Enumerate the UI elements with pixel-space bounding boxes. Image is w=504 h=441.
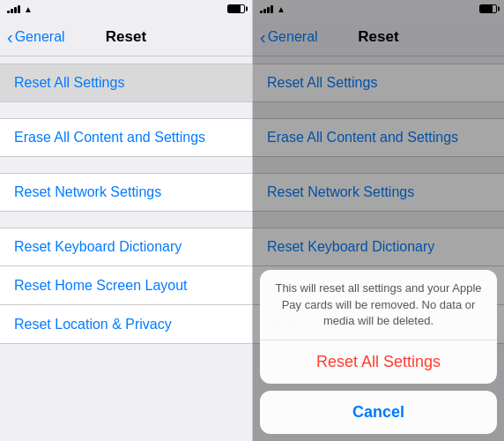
section-4-left: Reset Keyboard Dictionary Reset Home Scr… [0,228,252,344]
status-right [227,4,245,13]
nav-title-left: Reset [106,28,146,46]
left-panel: ▲ ‹ General Reset Reset All Settings Era… [0,0,252,441]
list-item[interactable]: Reset Keyboard Dictionary [0,228,252,266]
section-gap [0,212,252,228]
list-item[interactable]: Reset All Settings [0,64,252,102]
list-item[interactable]: Reset Location & Privacy [0,305,252,344]
battery-icon [227,4,245,13]
action-message: This will reset all settings and your Ap… [260,270,497,340]
signal-icon [7,4,20,13]
right-panel: ▲ ‹ General Reset Reset All Settings Era… [252,0,504,441]
back-label-left: General [15,29,65,45]
status-left: ▲ [7,4,33,14]
list-item[interactable]: Erase All Content and Settings [0,118,252,157]
nav-bar-left: ‹ General Reset [0,18,252,56]
chevron-left-icon: ‹ [7,28,13,46]
settings-list-left: Reset All Settings Erase All Content and… [0,56,252,441]
back-button-left[interactable]: ‹ General [7,28,65,46]
cancel-button[interactable]: Cancel [260,391,497,434]
section-3-left: Reset Network Settings [0,173,252,212]
action-sheet-overlay: This will reset all settings and your Ap… [253,263,504,441]
reset-all-settings-button[interactable]: Reset All Settings [260,340,497,384]
status-bar-left: ▲ [0,0,252,18]
section-gap [0,102,252,118]
section-1-left: Reset All Settings [0,64,252,102]
list-item[interactable]: Reset Network Settings [0,173,252,212]
action-sheet: This will reset all settings and your Ap… [260,270,497,384]
section-2-left: Erase All Content and Settings [0,118,252,157]
list-item[interactable]: Reset Home Screen Layout [0,266,252,305]
section-gap [0,157,252,173]
wifi-icon: ▲ [24,4,33,14]
